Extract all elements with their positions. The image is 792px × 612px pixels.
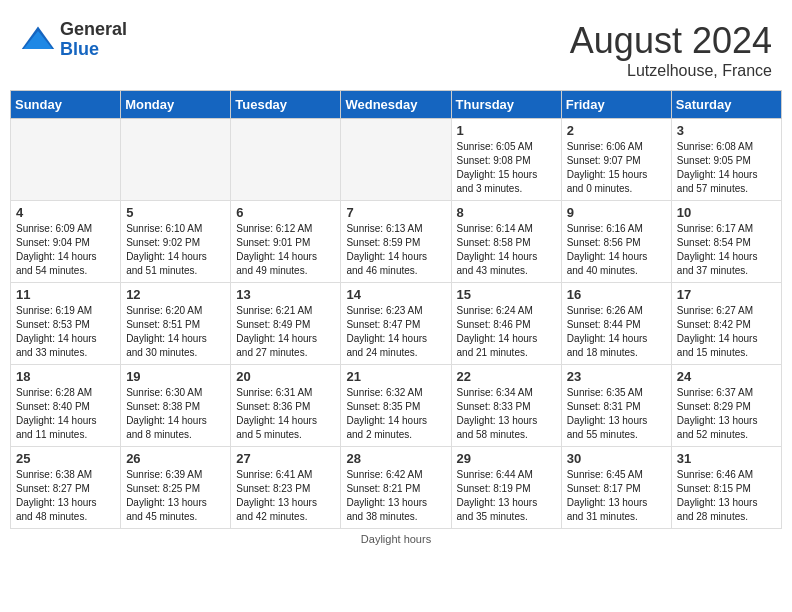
day-info: Sunrise: 6:42 AMSunset: 8:21 PMDaylight:… xyxy=(346,468,445,524)
calendar-week-row: 11Sunrise: 6:19 AMSunset: 8:53 PMDayligh… xyxy=(11,283,782,365)
day-info: Sunrise: 6:30 AMSunset: 8:38 PMDaylight:… xyxy=(126,386,225,442)
day-number: 23 xyxy=(567,369,666,384)
calendar-cell xyxy=(121,119,231,201)
day-number: 31 xyxy=(677,451,776,466)
calendar-cell: 4Sunrise: 6:09 AMSunset: 9:04 PMDaylight… xyxy=(11,201,121,283)
calendar-cell: 19Sunrise: 6:30 AMSunset: 8:38 PMDayligh… xyxy=(121,365,231,447)
calendar-cell: 7Sunrise: 6:13 AMSunset: 8:59 PMDaylight… xyxy=(341,201,451,283)
calendar-week-row: 1Sunrise: 6:05 AMSunset: 9:08 PMDaylight… xyxy=(11,119,782,201)
calendar-weekday-tuesday: Tuesday xyxy=(231,91,341,119)
calendar-cell xyxy=(341,119,451,201)
calendar-table: SundayMondayTuesdayWednesdayThursdayFrid… xyxy=(10,90,782,529)
day-info: Sunrise: 6:31 AMSunset: 8:36 PMDaylight:… xyxy=(236,386,335,442)
day-number: 11 xyxy=(16,287,115,302)
calendar-cell: 31Sunrise: 6:46 AMSunset: 8:15 PMDayligh… xyxy=(671,447,781,529)
calendar-cell xyxy=(231,119,341,201)
calendar-cell: 6Sunrise: 6:12 AMSunset: 9:01 PMDaylight… xyxy=(231,201,341,283)
calendar-cell: 22Sunrise: 6:34 AMSunset: 8:33 PMDayligh… xyxy=(451,365,561,447)
month-year: August 2024 xyxy=(570,20,772,62)
calendar-cell: 2Sunrise: 6:06 AMSunset: 9:07 PMDaylight… xyxy=(561,119,671,201)
logo-blue-text: Blue xyxy=(60,40,127,60)
calendar-week-row: 25Sunrise: 6:38 AMSunset: 8:27 PMDayligh… xyxy=(11,447,782,529)
day-info: Sunrise: 6:12 AMSunset: 9:01 PMDaylight:… xyxy=(236,222,335,278)
day-info: Sunrise: 6:38 AMSunset: 8:27 PMDaylight:… xyxy=(16,468,115,524)
day-number: 22 xyxy=(457,369,556,384)
day-number: 28 xyxy=(346,451,445,466)
day-info: Sunrise: 6:16 AMSunset: 8:56 PMDaylight:… xyxy=(567,222,666,278)
calendar-weekday-monday: Monday xyxy=(121,91,231,119)
calendar-cell: 29Sunrise: 6:44 AMSunset: 8:19 PMDayligh… xyxy=(451,447,561,529)
day-number: 21 xyxy=(346,369,445,384)
calendar-cell: 25Sunrise: 6:38 AMSunset: 8:27 PMDayligh… xyxy=(11,447,121,529)
day-info: Sunrise: 6:17 AMSunset: 8:54 PMDaylight:… xyxy=(677,222,776,278)
day-number: 29 xyxy=(457,451,556,466)
day-number: 7 xyxy=(346,205,445,220)
day-number: 24 xyxy=(677,369,776,384)
svg-marker-1 xyxy=(24,31,53,49)
day-number: 4 xyxy=(16,205,115,220)
day-info: Sunrise: 6:39 AMSunset: 8:25 PMDaylight:… xyxy=(126,468,225,524)
calendar-cell: 10Sunrise: 6:17 AMSunset: 8:54 PMDayligh… xyxy=(671,201,781,283)
day-number: 6 xyxy=(236,205,335,220)
calendar-cell: 9Sunrise: 6:16 AMSunset: 8:56 PMDaylight… xyxy=(561,201,671,283)
day-number: 20 xyxy=(236,369,335,384)
logo: General Blue xyxy=(20,20,127,60)
calendar-cell: 1Sunrise: 6:05 AMSunset: 9:08 PMDaylight… xyxy=(451,119,561,201)
calendar-weekday-wednesday: Wednesday xyxy=(341,91,451,119)
day-number: 30 xyxy=(567,451,666,466)
calendar-cell: 11Sunrise: 6:19 AMSunset: 8:53 PMDayligh… xyxy=(11,283,121,365)
day-number: 13 xyxy=(236,287,335,302)
calendar-cell: 26Sunrise: 6:39 AMSunset: 8:25 PMDayligh… xyxy=(121,447,231,529)
day-info: Sunrise: 6:19 AMSunset: 8:53 PMDaylight:… xyxy=(16,304,115,360)
calendar-weekday-thursday: Thursday xyxy=(451,91,561,119)
calendar-weekday-saturday: Saturday xyxy=(671,91,781,119)
calendar-cell: 18Sunrise: 6:28 AMSunset: 8:40 PMDayligh… xyxy=(11,365,121,447)
day-number: 26 xyxy=(126,451,225,466)
day-info: Sunrise: 6:26 AMSunset: 8:44 PMDaylight:… xyxy=(567,304,666,360)
calendar-cell: 16Sunrise: 6:26 AMSunset: 8:44 PMDayligh… xyxy=(561,283,671,365)
location: Lutzelhouse, France xyxy=(570,62,772,80)
calendar-cell: 5Sunrise: 6:10 AMSunset: 9:02 PMDaylight… xyxy=(121,201,231,283)
calendar-week-row: 4Sunrise: 6:09 AMSunset: 9:04 PMDaylight… xyxy=(11,201,782,283)
day-info: Sunrise: 6:28 AMSunset: 8:40 PMDaylight:… xyxy=(16,386,115,442)
title-block: August 2024 Lutzelhouse, France xyxy=(570,20,772,80)
day-number: 2 xyxy=(567,123,666,138)
calendar-cell: 21Sunrise: 6:32 AMSunset: 8:35 PMDayligh… xyxy=(341,365,451,447)
day-info: Sunrise: 6:34 AMSunset: 8:33 PMDaylight:… xyxy=(457,386,556,442)
day-number: 5 xyxy=(126,205,225,220)
calendar-week-row: 18Sunrise: 6:28 AMSunset: 8:40 PMDayligh… xyxy=(11,365,782,447)
day-number: 17 xyxy=(677,287,776,302)
calendar-weekday-friday: Friday xyxy=(561,91,671,119)
calendar-cell: 13Sunrise: 6:21 AMSunset: 8:49 PMDayligh… xyxy=(231,283,341,365)
day-number: 27 xyxy=(236,451,335,466)
daylight-note-text: Daylight hours xyxy=(361,533,431,545)
day-info: Sunrise: 6:08 AMSunset: 9:05 PMDaylight:… xyxy=(677,140,776,196)
calendar-cell: 30Sunrise: 6:45 AMSunset: 8:17 PMDayligh… xyxy=(561,447,671,529)
day-number: 16 xyxy=(567,287,666,302)
day-info: Sunrise: 6:27 AMSunset: 8:42 PMDaylight:… xyxy=(677,304,776,360)
day-info: Sunrise: 6:05 AMSunset: 9:08 PMDaylight:… xyxy=(457,140,556,196)
calendar-cell: 20Sunrise: 6:31 AMSunset: 8:36 PMDayligh… xyxy=(231,365,341,447)
calendar-cell: 12Sunrise: 6:20 AMSunset: 8:51 PMDayligh… xyxy=(121,283,231,365)
day-info: Sunrise: 6:20 AMSunset: 8:51 PMDaylight:… xyxy=(126,304,225,360)
day-info: Sunrise: 6:32 AMSunset: 8:35 PMDaylight:… xyxy=(346,386,445,442)
day-info: Sunrise: 6:13 AMSunset: 8:59 PMDaylight:… xyxy=(346,222,445,278)
calendar-cell: 17Sunrise: 6:27 AMSunset: 8:42 PMDayligh… xyxy=(671,283,781,365)
day-number: 8 xyxy=(457,205,556,220)
calendar-weekday-sunday: Sunday xyxy=(11,91,121,119)
day-number: 1 xyxy=(457,123,556,138)
day-number: 15 xyxy=(457,287,556,302)
calendar-cell: 24Sunrise: 6:37 AMSunset: 8:29 PMDayligh… xyxy=(671,365,781,447)
calendar-cell: 27Sunrise: 6:41 AMSunset: 8:23 PMDayligh… xyxy=(231,447,341,529)
day-info: Sunrise: 6:10 AMSunset: 9:02 PMDaylight:… xyxy=(126,222,225,278)
day-number: 19 xyxy=(126,369,225,384)
day-number: 10 xyxy=(677,205,776,220)
day-info: Sunrise: 6:46 AMSunset: 8:15 PMDaylight:… xyxy=(677,468,776,524)
calendar-cell xyxy=(11,119,121,201)
calendar-cell: 8Sunrise: 6:14 AMSunset: 8:58 PMDaylight… xyxy=(451,201,561,283)
day-info: Sunrise: 6:37 AMSunset: 8:29 PMDaylight:… xyxy=(677,386,776,442)
day-number: 18 xyxy=(16,369,115,384)
day-number: 3 xyxy=(677,123,776,138)
day-info: Sunrise: 6:44 AMSunset: 8:19 PMDaylight:… xyxy=(457,468,556,524)
day-info: Sunrise: 6:45 AMSunset: 8:17 PMDaylight:… xyxy=(567,468,666,524)
